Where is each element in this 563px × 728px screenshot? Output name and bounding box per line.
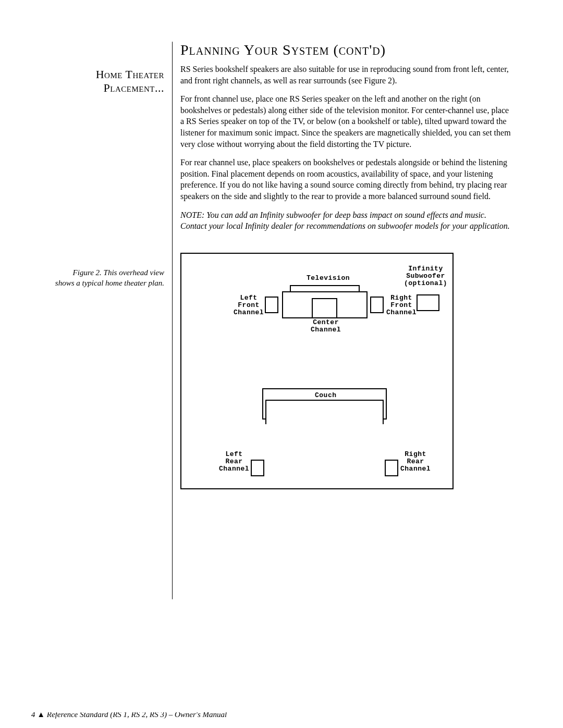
diagram-label-subwoofer: Infinity Subwoofer (optional) (404, 265, 447, 288)
manual-title: Reference Standard (RS 1, RS 2, RS 3) – … (47, 712, 227, 719)
figure-caption: Figure 2. This overhead view shows a typ… (52, 267, 164, 289)
triangle-icon: ▲ (37, 712, 45, 719)
subwoofer-icon (417, 294, 439, 311)
section-heading: Home Theater Placement... (52, 68, 164, 95)
page-title: Planning Your System (cont'd) (180, 42, 511, 58)
page-number: 4 (31, 712, 35, 719)
two-column-layout: Home Theater Placement... Figure 2. This… (52, 42, 511, 599)
main-column: Planning Your System (cont'd) RS Series … (173, 42, 511, 599)
tv-outline-icon (290, 285, 360, 291)
paragraph: For rear channel use, place speakers on … (180, 157, 511, 202)
diagram-label-left-rear: Left Rear Channel (219, 451, 249, 473)
paragraph: RS Series bookshelf speakers are also su… (180, 64, 511, 86)
diagram-label-right-rear: Right Rear Channel (400, 451, 431, 473)
page: Home Theater Placement... Figure 2. This… (0, 0, 563, 728)
sidebar-column: Home Theater Placement... Figure 2. This… (52, 42, 172, 599)
body-text: RS Series bookshelf speakers are also su… (180, 64, 511, 232)
right-front-speaker-icon (370, 297, 384, 313)
diagram-label-couch: Couch (315, 392, 337, 399)
diagram-label-right-front: Right Front Channel (386, 294, 417, 317)
left-front-speaker-icon (265, 297, 278, 313)
note-paragraph: NOTE: You can add an Infinity subwoofer … (180, 209, 511, 232)
right-rear-speaker-icon (385, 460, 398, 476)
diagram-label-left-front: Left Front Channel (234, 294, 264, 317)
home-theater-diagram: Television Infinity Subwoofer (optional)… (180, 253, 454, 489)
tv-stand-icon (312, 298, 337, 318)
couch-seat-icon (265, 400, 384, 424)
diagram-label-television: Television (307, 275, 350, 282)
diagram-label-center: Center Channel (311, 319, 341, 334)
paragraph: For front channel use, place one RS Seri… (180, 93, 511, 150)
left-rear-speaker-icon (251, 460, 264, 476)
page-footer: 4 ▲ Reference Standard (RS 1, RS 2, RS 3… (31, 712, 240, 719)
